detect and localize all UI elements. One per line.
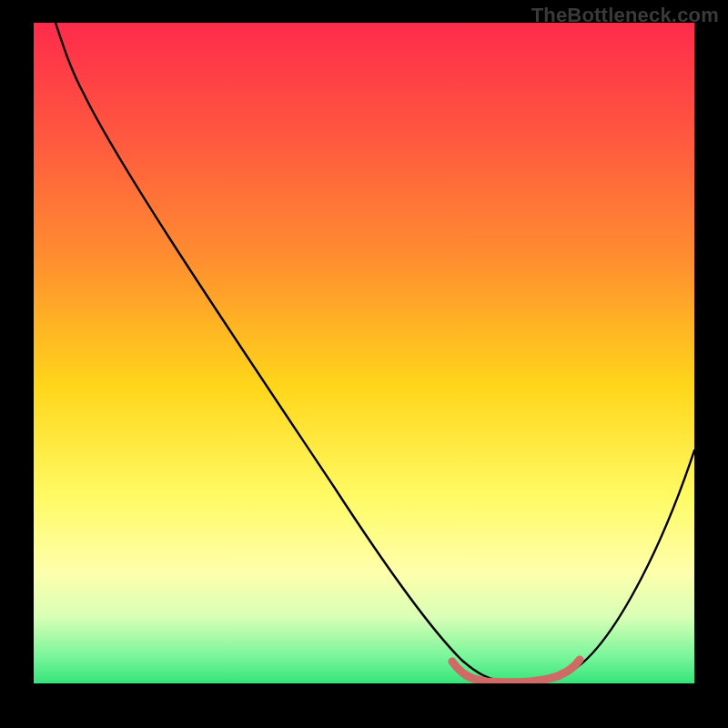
bottleneck-curve-path (56, 23, 694, 682)
optimal-zone-marker-path (452, 660, 580, 682)
chart-svg (34, 23, 694, 683)
chart-plot-area (34, 23, 694, 683)
watermark-text: TheBottleneck.com (531, 4, 719, 27)
